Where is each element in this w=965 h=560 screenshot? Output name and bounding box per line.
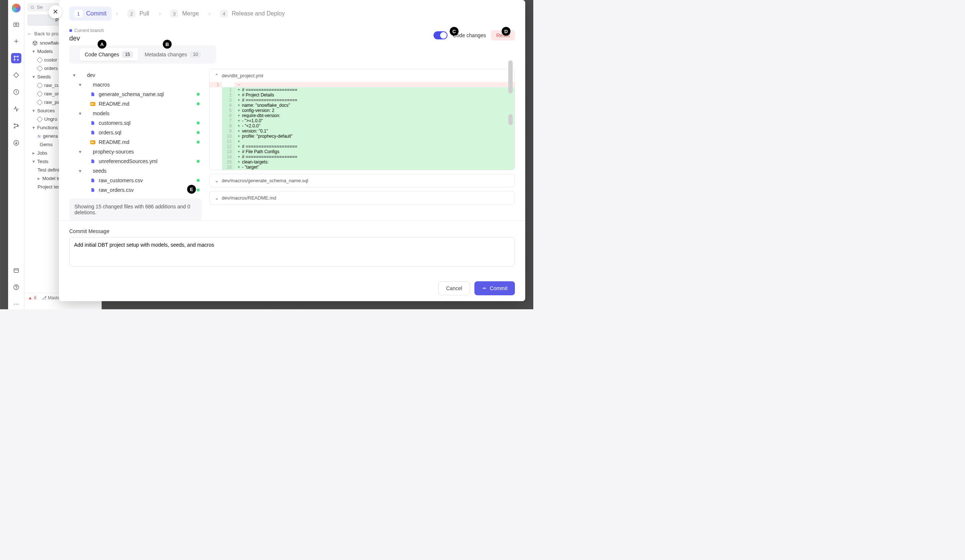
more-icon[interactable] [11,299,21,309]
camera-icon[interactable] [11,19,21,29]
commit-button[interactable]: Commit [474,281,515,295]
diamond-icon[interactable] [11,70,21,80]
cancel-button[interactable]: Cancel [438,281,470,295]
caret-icon: ▾ [73,72,78,78]
step-merge[interactable]: 3Merge [165,7,204,21]
file-row[interactable]: M↓README.md [69,99,202,109]
diff-scrollbar[interactable] [508,114,513,125]
line-number-old [209,118,222,123]
step-commit[interactable]: 1Commit [69,7,111,21]
file-icon [90,178,96,183]
file-row[interactable]: generate_schema_name.sql [69,90,202,99]
file-name: models [93,111,200,116]
diff-file-header[interactable]: ⌃ dev/dbt_project.yml [209,69,515,82]
folder-row[interactable]: ▾macros [69,80,202,90]
svg-point-25 [484,287,485,289]
tab-metadata-changes[interactable]: Metadata changes10 [140,48,206,61]
folder-row[interactable]: ▾prophecy-sources [69,147,202,157]
line-number-new: 9 [222,129,235,134]
line-number-old [209,139,222,144]
file-name: generate_schema_name.sql [99,91,197,97]
change-summary: Showing 15 changed files with 686 additi… [69,198,202,220]
download-icon[interactable] [11,138,21,148]
diff-line-add: +- "<2.0.0" [235,123,515,129]
file-icon [90,158,96,164]
commit-message-input[interactable] [69,237,515,266]
step-pull[interactable]: 2Pull [122,7,154,21]
file-row[interactable]: customers.sql [69,118,202,128]
svg-point-21 [15,304,16,304]
tab-code-changes[interactable]: Code Changes15 [80,48,138,61]
file-row[interactable]: M↓README.md [69,137,202,147]
added-indicator [197,179,200,182]
changed-files-tree: ▾dev▾macrosgenerate_schema_name.sqlM↓REA… [69,69,202,220]
code-changes-toggle[interactable] [433,31,448,39]
file-row[interactable]: orders.sql [69,128,202,137]
diff-line-add: +require-dbt-version: [235,113,515,118]
branch-status[interactable]: ⎇ Master [42,295,62,300]
svg-point-22 [18,304,18,304]
line-number-new: 6 [222,113,235,118]
chevron-right-icon: › [114,10,120,17]
modal-footer: Cancel Commit [59,275,525,301]
app-logo[interactable] [12,4,21,13]
diff-line-add: +# ==================== [235,98,515,103]
clock-icon[interactable] [11,87,21,97]
diff-file-collapsed: ⌄ dev/macros/generate_schema_name.sql [209,174,515,188]
error-count[interactable]: ▲ 8 [28,295,36,300]
help-icon[interactable] [11,282,21,292]
file-row[interactable]: raw_customers.csv [69,176,202,185]
line-number-old [209,129,222,134]
file-name: prophecy-sources [93,149,200,155]
diff-panel: ⌃ dev/dbt_project.yml 1−1+# ============… [209,69,515,220]
diff-scrollbar[interactable] [508,60,513,93]
file-name: unreferencedSources.yml [99,158,197,164]
file-row[interactable]: unreferencedSources.yml [69,157,202,166]
chevron-up-icon: ⌃ [215,73,219,78]
diff-line-add: +- "target" [235,165,515,170]
file-name: raw_orders.csv [99,187,197,193]
activity-icon[interactable] [11,104,21,114]
line-number-old [209,123,222,129]
line-number-old [209,154,222,159]
line-number-new: 10 [222,134,235,139]
workflow-steps: 1Commit › 2Pull › 3Merge › 4Release and … [59,0,525,21]
step-release[interactable]: 4Release and Deploy [215,7,290,21]
diff-line-add: +# ==================== [235,154,515,159]
commit-icon [482,286,487,291]
diff-line-del: − [235,82,515,87]
line-number-new: 1 [222,87,235,92]
graph-icon[interactable] [11,53,21,63]
svg-rect-16 [14,269,18,273]
svg-point-1 [15,24,17,26]
svg-point-7 [17,59,18,60]
folder-row[interactable]: ▾models [69,109,202,118]
added-indicator [197,131,200,134]
file-icon [90,187,96,193]
chevron-down-icon: ⌄ [215,195,219,201]
branch-icon[interactable] [11,121,21,131]
line-number-new: 12 [222,144,235,149]
diff-line-add: + [235,139,515,144]
svg-rect-0 [14,23,19,26]
plus-icon[interactable] [11,36,21,46]
caret-icon: ▾ [79,111,84,116]
file-icon [90,120,96,126]
line-number-new: 16 [222,165,235,170]
diff-file-header[interactable]: ⌄ dev/macros/README.md [209,191,515,204]
search-placeholder: Se [37,5,43,10]
folder-row[interactable]: ▾seeds [69,166,202,176]
search-icon [30,5,34,10]
file-name: raw_customers.csv [99,178,197,183]
file-name: customers.sql [99,120,197,126]
diff-line-add: +version: "0.1" [235,129,515,134]
caret-icon: ▾ [79,82,84,88]
close-button[interactable]: ✕ [49,5,62,18]
folder-row[interactable]: ▾dev [69,70,202,80]
line-number-old [209,92,222,98]
package-icon[interactable] [11,265,21,275]
diff-file-header[interactable]: ⌄ dev/macros/generate_schema_name.sql [209,174,515,187]
file-name: seeds [93,168,200,174]
svg-line-24 [33,8,34,9]
file-row[interactable]: raw_orders.csv [69,185,202,195]
